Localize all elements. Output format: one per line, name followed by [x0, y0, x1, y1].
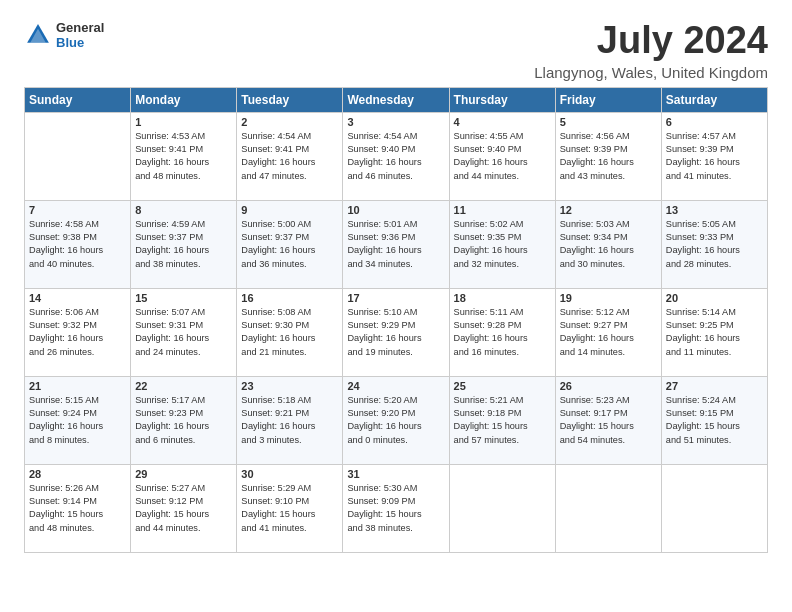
day-number: 21 — [29, 380, 126, 392]
day-number: 10 — [347, 204, 444, 216]
day-number: 9 — [241, 204, 338, 216]
logo-icon — [24, 21, 52, 49]
logo-text: General Blue — [56, 20, 104, 50]
day-info: Sunrise: 4:57 AMSunset: 9:39 PMDaylight:… — [666, 130, 763, 183]
calendar-cell: 5Sunrise: 4:56 AMSunset: 9:39 PMDaylight… — [555, 112, 661, 200]
calendar-week-3: 14Sunrise: 5:06 AMSunset: 9:32 PMDayligh… — [25, 288, 768, 376]
day-info: Sunrise: 5:12 AMSunset: 9:27 PMDaylight:… — [560, 306, 657, 359]
day-number: 12 — [560, 204, 657, 216]
day-info: Sunrise: 5:17 AMSunset: 9:23 PMDaylight:… — [135, 394, 232, 447]
day-info: Sunrise: 5:30 AMSunset: 9:09 PMDaylight:… — [347, 482, 444, 535]
col-saturday: Saturday — [661, 87, 767, 112]
calendar-cell: 24Sunrise: 5:20 AMSunset: 9:20 PMDayligh… — [343, 376, 449, 464]
day-number: 1 — [135, 116, 232, 128]
calendar-week-1: 1Sunrise: 4:53 AMSunset: 9:41 PMDaylight… — [25, 112, 768, 200]
day-info: Sunrise: 5:15 AMSunset: 9:24 PMDaylight:… — [29, 394, 126, 447]
day-info: Sunrise: 4:56 AMSunset: 9:39 PMDaylight:… — [560, 130, 657, 183]
day-info: Sunrise: 5:11 AMSunset: 9:28 PMDaylight:… — [454, 306, 551, 359]
calendar-cell: 18Sunrise: 5:11 AMSunset: 9:28 PMDayligh… — [449, 288, 555, 376]
day-info: Sunrise: 5:03 AMSunset: 9:34 PMDaylight:… — [560, 218, 657, 271]
day-number: 8 — [135, 204, 232, 216]
header-row: Sunday Monday Tuesday Wednesday Thursday… — [25, 87, 768, 112]
calendar-cell: 13Sunrise: 5:05 AMSunset: 9:33 PMDayligh… — [661, 200, 767, 288]
day-info: Sunrise: 4:53 AMSunset: 9:41 PMDaylight:… — [135, 130, 232, 183]
calendar-cell: 31Sunrise: 5:30 AMSunset: 9:09 PMDayligh… — [343, 464, 449, 552]
day-info: Sunrise: 5:08 AMSunset: 9:30 PMDaylight:… — [241, 306, 338, 359]
day-info: Sunrise: 5:01 AMSunset: 9:36 PMDaylight:… — [347, 218, 444, 271]
day-number: 29 — [135, 468, 232, 480]
day-number: 23 — [241, 380, 338, 392]
day-info: Sunrise: 4:59 AMSunset: 9:37 PMDaylight:… — [135, 218, 232, 271]
calendar-cell: 11Sunrise: 5:02 AMSunset: 9:35 PMDayligh… — [449, 200, 555, 288]
day-info: Sunrise: 5:29 AMSunset: 9:10 PMDaylight:… — [241, 482, 338, 535]
calendar-cell: 30Sunrise: 5:29 AMSunset: 9:10 PMDayligh… — [237, 464, 343, 552]
day-info: Sunrise: 5:05 AMSunset: 9:33 PMDaylight:… — [666, 218, 763, 271]
calendar-cell: 16Sunrise: 5:08 AMSunset: 9:30 PMDayligh… — [237, 288, 343, 376]
calendar-week-2: 7Sunrise: 4:58 AMSunset: 9:38 PMDaylight… — [25, 200, 768, 288]
month-title: July 2024 — [534, 20, 768, 62]
title-block: July 2024 Llangynog, Wales, United Kingd… — [534, 20, 768, 81]
calendar-week-5: 28Sunrise: 5:26 AMSunset: 9:14 PMDayligh… — [25, 464, 768, 552]
col-monday: Monday — [131, 87, 237, 112]
day-number: 2 — [241, 116, 338, 128]
calendar-cell: 2Sunrise: 4:54 AMSunset: 9:41 PMDaylight… — [237, 112, 343, 200]
day-number: 4 — [454, 116, 551, 128]
day-number: 22 — [135, 380, 232, 392]
day-info: Sunrise: 5:23 AMSunset: 9:17 PMDaylight:… — [560, 394, 657, 447]
day-number: 6 — [666, 116, 763, 128]
day-info: Sunrise: 5:07 AMSunset: 9:31 PMDaylight:… — [135, 306, 232, 359]
day-info: Sunrise: 4:54 AMSunset: 9:40 PMDaylight:… — [347, 130, 444, 183]
day-info: Sunrise: 5:14 AMSunset: 9:25 PMDaylight:… — [666, 306, 763, 359]
col-friday: Friday — [555, 87, 661, 112]
day-info: Sunrise: 4:55 AMSunset: 9:40 PMDaylight:… — [454, 130, 551, 183]
calendar-cell: 22Sunrise: 5:17 AMSunset: 9:23 PMDayligh… — [131, 376, 237, 464]
day-number: 30 — [241, 468, 338, 480]
calendar-cell: 15Sunrise: 5:07 AMSunset: 9:31 PMDayligh… — [131, 288, 237, 376]
calendar-cell: 20Sunrise: 5:14 AMSunset: 9:25 PMDayligh… — [661, 288, 767, 376]
day-number: 13 — [666, 204, 763, 216]
calendar-cell — [555, 464, 661, 552]
logo: General Blue — [24, 20, 104, 50]
day-number: 7 — [29, 204, 126, 216]
calendar-cell: 19Sunrise: 5:12 AMSunset: 9:27 PMDayligh… — [555, 288, 661, 376]
day-number: 11 — [454, 204, 551, 216]
day-number: 14 — [29, 292, 126, 304]
day-info: Sunrise: 5:10 AMSunset: 9:29 PMDaylight:… — [347, 306, 444, 359]
day-info: Sunrise: 5:20 AMSunset: 9:20 PMDaylight:… — [347, 394, 444, 447]
day-number: 28 — [29, 468, 126, 480]
day-number: 3 — [347, 116, 444, 128]
col-thursday: Thursday — [449, 87, 555, 112]
header: General Blue July 2024 Llangynog, Wales,… — [24, 20, 768, 81]
calendar-cell: 23Sunrise: 5:18 AMSunset: 9:21 PMDayligh… — [237, 376, 343, 464]
day-number: 31 — [347, 468, 444, 480]
day-info: Sunrise: 5:27 AMSunset: 9:12 PMDaylight:… — [135, 482, 232, 535]
day-number: 17 — [347, 292, 444, 304]
day-info: Sunrise: 5:21 AMSunset: 9:18 PMDaylight:… — [454, 394, 551, 447]
day-info: Sunrise: 5:06 AMSunset: 9:32 PMDaylight:… — [29, 306, 126, 359]
day-info: Sunrise: 4:58 AMSunset: 9:38 PMDaylight:… — [29, 218, 126, 271]
col-wednesday: Wednesday — [343, 87, 449, 112]
day-number: 25 — [454, 380, 551, 392]
day-info: Sunrise: 4:54 AMSunset: 9:41 PMDaylight:… — [241, 130, 338, 183]
day-info: Sunrise: 5:00 AMSunset: 9:37 PMDaylight:… — [241, 218, 338, 271]
calendar-cell — [449, 464, 555, 552]
col-sunday: Sunday — [25, 87, 131, 112]
day-number: 15 — [135, 292, 232, 304]
calendar-cell: 8Sunrise: 4:59 AMSunset: 9:37 PMDaylight… — [131, 200, 237, 288]
day-number: 26 — [560, 380, 657, 392]
logo-general-text: General — [56, 20, 104, 35]
calendar-cell: 9Sunrise: 5:00 AMSunset: 9:37 PMDaylight… — [237, 200, 343, 288]
calendar-cell: 26Sunrise: 5:23 AMSunset: 9:17 PMDayligh… — [555, 376, 661, 464]
day-number: 5 — [560, 116, 657, 128]
day-info: Sunrise: 5:18 AMSunset: 9:21 PMDaylight:… — [241, 394, 338, 447]
day-info: Sunrise: 5:02 AMSunset: 9:35 PMDaylight:… — [454, 218, 551, 271]
calendar-cell: 29Sunrise: 5:27 AMSunset: 9:12 PMDayligh… — [131, 464, 237, 552]
calendar-cell: 28Sunrise: 5:26 AMSunset: 9:14 PMDayligh… — [25, 464, 131, 552]
calendar-cell: 7Sunrise: 4:58 AMSunset: 9:38 PMDaylight… — [25, 200, 131, 288]
day-number: 20 — [666, 292, 763, 304]
calendar-week-4: 21Sunrise: 5:15 AMSunset: 9:24 PMDayligh… — [25, 376, 768, 464]
calendar-table: Sunday Monday Tuesday Wednesday Thursday… — [24, 87, 768, 553]
logo-blue-text: Blue — [56, 35, 104, 50]
calendar-cell — [661, 464, 767, 552]
calendar-cell: 12Sunrise: 5:03 AMSunset: 9:34 PMDayligh… — [555, 200, 661, 288]
